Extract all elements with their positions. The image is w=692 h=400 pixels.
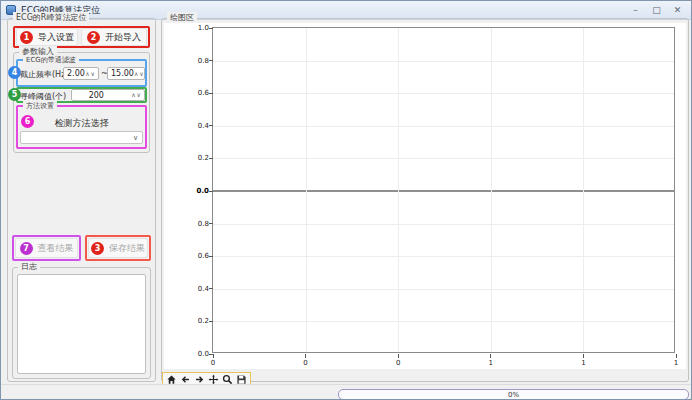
import-settings-label: 导入设置 [38, 31, 74, 44]
y-tick-label: 0.4 [189, 122, 209, 130]
step-badge-3: 3 [91, 242, 104, 255]
y-tick-label: 0.0 [189, 187, 209, 195]
y-tick-label: 0.6 [189, 89, 209, 97]
step-badge-7: 7 [20, 242, 33, 255]
log-output[interactable] [17, 274, 146, 374]
statusbar: 0% [1, 384, 691, 400]
y-gridline [213, 256, 674, 257]
save-results-button[interactable]: 3 保存结果 [88, 238, 148, 258]
spin-up-icon[interactable]: ∧ [134, 71, 138, 77]
y-gridline [213, 93, 674, 94]
import-settings-button[interactable]: 1 导入设置 [16, 28, 78, 46]
x-tick [676, 354, 677, 358]
view-results-label: 查看结果 [38, 242, 74, 255]
x-gridline [398, 28, 399, 352]
progress-value: 0% [508, 391, 519, 399]
x-gridline [491, 28, 492, 352]
y-gridline [213, 224, 674, 225]
method-combobox[interactable]: ∨ [20, 131, 143, 144]
left-panel-group-title: ECG的R峰算法定位 [13, 12, 89, 23]
y-tick [209, 28, 213, 29]
app-window: ECG的R峰算法定位 – □ ✕ ECG的R峰算法定位 1 导入设置 2 开始导… [0, 0, 692, 400]
x-tick [398, 354, 399, 358]
y-gridline [213, 158, 674, 159]
high-cutoff-spinbox[interactable]: 15.00 ∧ ∨ [107, 67, 145, 80]
y-gridline [213, 321, 674, 322]
y-tick-label: 0.8 [189, 57, 209, 65]
plot-axes[interactable]: 0001111.00.80.60.40.20.00.80.60.40.20.0 [212, 27, 675, 353]
step-badge-5: 5 [8, 88, 21, 101]
step-badge-2: 2 [87, 31, 100, 44]
y-tick-label: 0.6 [189, 252, 209, 260]
view-results-button[interactable]: 7 查看结果 [15, 238, 78, 258]
y-tick-label: 0.8 [189, 220, 209, 228]
start-import-label: 开始导入 [105, 31, 141, 44]
spin-down-icon[interactable]: ∨ [137, 92, 141, 98]
y-gridline [213, 126, 674, 127]
method-select-label: 检测方法选择 [16, 117, 147, 130]
plot-panel-group-title: 绘图区 [167, 12, 197, 23]
peak-threshold-value: 200 [89, 91, 104, 100]
x-tick-label: 1 [573, 359, 593, 367]
minimize-icon[interactable]: – [627, 4, 644, 17]
x-tick [583, 354, 584, 358]
x-gridline [583, 28, 584, 352]
y-gridline [213, 61, 674, 62]
y-tick-label: 0.0 [189, 350, 209, 358]
y-tick [209, 158, 213, 159]
spin-down-icon[interactable]: ∨ [139, 71, 143, 77]
x-gridline [306, 28, 307, 352]
combo-arrow-icon: ∨ [133, 134, 138, 142]
x-tick-label: 0 [203, 359, 223, 367]
y-tick [209, 223, 213, 224]
log-group: 日志 [12, 267, 151, 379]
start-import-button[interactable]: 2 开始导入 [81, 28, 147, 46]
log-group-title: 日志 [18, 261, 40, 272]
x-tick-label: 1 [481, 359, 501, 367]
x-tick [305, 354, 306, 358]
spin-up-icon[interactable]: ∧ [85, 71, 89, 77]
high-cutoff-value: 15.00 [111, 69, 134, 78]
low-cutoff-spinbox[interactable]: 2.00 ∧ ∨ [63, 67, 99, 80]
y-tick-label: 0.4 [189, 285, 209, 293]
step-badge-1: 1 [20, 31, 33, 44]
x-tick-label: 0 [296, 359, 316, 367]
y-tick [209, 93, 213, 94]
save-results-label: 保存结果 [109, 242, 145, 255]
subplot-divider [213, 190, 674, 192]
y-tick [209, 321, 213, 322]
method-group-title: 方法设置 [23, 101, 57, 111]
plot-canvas[interactable]: 0001111.00.80.60.40.20.00.80.60.40.20.0 [164, 23, 686, 369]
close-icon[interactable]: ✕ [669, 4, 686, 17]
low-cutoff-value: 2.00 [67, 69, 85, 78]
y-tick [209, 256, 213, 257]
y-tick [209, 288, 213, 289]
x-tick-label: 0 [388, 359, 408, 367]
bandpass-group-title: ECG的带通滤波 [23, 55, 79, 65]
y-tick [209, 125, 213, 126]
progress-bar: 0% [338, 389, 689, 400]
x-tick-label: 1 [666, 359, 686, 367]
peak-threshold-spinbox[interactable]: 200 ∧ ∨ [71, 89, 145, 101]
maximize-icon[interactable]: □ [648, 4, 665, 17]
y-tick-label: 1.0 [189, 24, 209, 32]
x-tick [213, 354, 214, 358]
spin-down-icon[interactable]: ∨ [91, 71, 95, 77]
x-tick [490, 354, 491, 358]
y-tick-label: 0.2 [189, 154, 209, 162]
y-tick-label: 0.2 [189, 317, 209, 325]
y-tick [209, 60, 213, 61]
y-tick [209, 191, 213, 192]
step-badge-4: 4 [8, 66, 21, 79]
y-gridline [213, 289, 674, 290]
y-tick [209, 354, 213, 355]
spin-up-icon[interactable]: ∧ [131, 92, 135, 98]
